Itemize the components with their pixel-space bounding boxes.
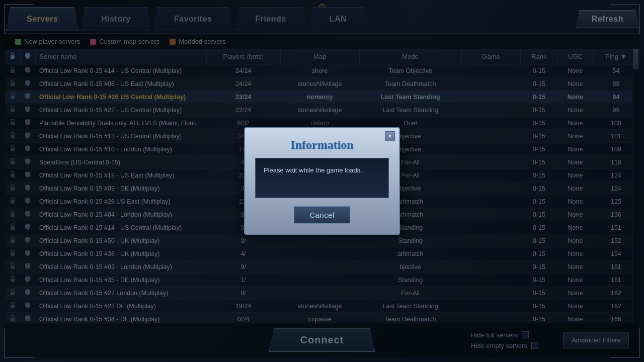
information-modal: × Information Please wait while the game… xyxy=(244,127,400,235)
modal-close-button[interactable]: × xyxy=(385,131,395,141)
modal-overlay: × Information Please wait while the game… xyxy=(0,0,644,362)
modal-title: Information xyxy=(255,138,389,152)
modal-cancel-button[interactable]: Cancel xyxy=(294,206,350,224)
modal-content: Please wait while the game loads... xyxy=(255,158,389,198)
